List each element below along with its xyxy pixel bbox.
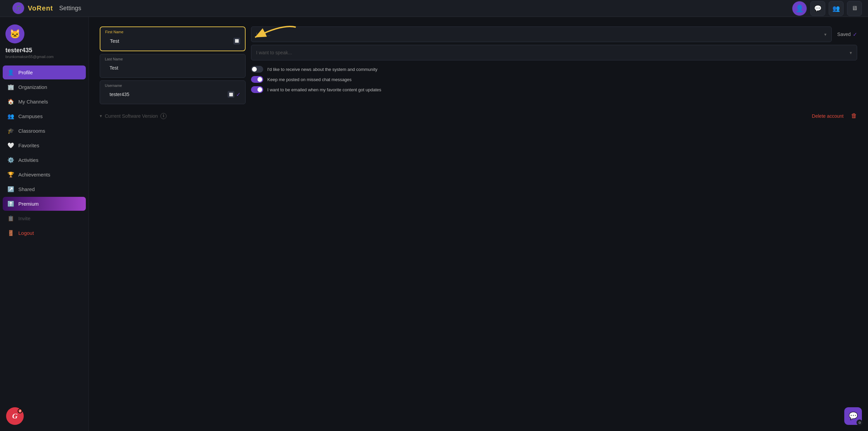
first-name-input[interactable] [105, 35, 233, 47]
chat-toggle[interactable] [251, 76, 263, 83]
logout-icon: 🚪 [7, 230, 14, 236]
sidebar-profile: 🐱 tester435 brunkomaksin55@gmail.com [0, 17, 89, 63]
grammarly-label: G [12, 412, 18, 420]
news-toggle-row: I'd like to receive news about the syste… [251, 66, 857, 73]
user-avatar-button[interactable]: 👤 [792, 1, 807, 16]
users-button[interactable]: 👥 [829, 1, 844, 16]
screen-button[interactable]: 🖥 [847, 1, 862, 16]
favorites-icon: 🤍 [7, 142, 14, 149]
top-nav: 🎵 VoRent Settings 👤 💬 👥 🖥 [0, 0, 868, 17]
right-form-fields: I can... ▾ Saved ✓ I want to speak... ▾ [251, 26, 857, 93]
sidebar-item-label: Logout [18, 230, 34, 236]
invite-icon: 📋 [7, 215, 14, 222]
content-area: First Name ⬜ Last Name Username [89, 17, 868, 431]
chat-button[interactable]: 💬 [810, 1, 825, 16]
campuses-icon: 👥 [7, 113, 14, 119]
first-name-field-container: First Name ⬜ [100, 26, 246, 51]
updates-toggle[interactable] [251, 86, 263, 93]
chat-toggle-row: Keep me posted on missed chat messages [251, 76, 857, 83]
delete-icon[interactable]: 🗑 [851, 112, 857, 119]
premium-icon: ⬆️ [7, 201, 14, 207]
speak-dropdown[interactable]: I want to speak... ▾ [251, 45, 857, 60]
logo-text: VoRent [28, 4, 53, 12]
sidebar-item-label: Classrooms [18, 128, 45, 134]
corner-badge: ⚙ [856, 419, 863, 426]
grammarly-badge: 2 [18, 409, 22, 413]
software-version-area: ▾ Current Software Version ℹ [100, 113, 167, 119]
sidebar-email: brunkomaksin55@gmail.com [5, 55, 54, 59]
sidebar-item-profile[interactable]: 👤 Profile [3, 65, 86, 79]
sidebar-item-favorites[interactable]: 🤍 Favorites [3, 138, 86, 152]
sidebar-item-logout[interactable]: 🚪 Logout [3, 226, 86, 240]
last-name-input[interactable] [105, 62, 240, 74]
achievements-icon: 🏆 [7, 171, 14, 178]
sidebar-username: tester435 [5, 47, 32, 54]
sidebar: 🐱 tester435 brunkomaksin55@gmail.com 👤 P… [0, 17, 89, 431]
logo: 🎵 VoRent Settings [6, 0, 88, 17]
software-version-label: Current Software Version [105, 113, 158, 119]
sidebar-item-classrooms[interactable]: 🎓 Classrooms [3, 124, 86, 138]
saved-check-icon: ✓ [853, 31, 857, 38]
sidebar-item-label: Profile [18, 70, 33, 75]
news-toggle-label: I'd like to receive news about the syste… [267, 67, 378, 72]
sidebar-item-activities[interactable]: ⚙️ Activities [3, 153, 86, 167]
sidebar-item-label: Shared [18, 186, 35, 192]
language-chevron-icon: ▾ [824, 32, 827, 37]
username-check-icon: ✓ [236, 91, 240, 98]
updates-toggle-row: I want to be emailed when my favorite co… [251, 86, 857, 93]
corner-chat-button[interactable]: 💬 ⚙ [844, 407, 862, 425]
classrooms-icon: 🎓 [7, 128, 14, 134]
delete-account-button[interactable]: Delete account [812, 113, 844, 119]
sidebar-item-organization[interactable]: 🏢 Organization [3, 80, 86, 94]
username-label: Username [105, 83, 240, 88]
username-input[interactable] [105, 88, 228, 100]
sidebar-item-label: Activities [18, 157, 38, 163]
news-toggle[interactable] [251, 66, 263, 73]
first-name-copy-button[interactable]: ⬜ [233, 38, 240, 44]
top-nav-right: 👤 💬 👥 🖥 [792, 1, 862, 16]
settings-label: Settings [59, 5, 81, 12]
last-name-field-container: Last Name [100, 54, 246, 78]
sidebar-item-label: My Channels [18, 99, 48, 105]
sidebar-item-label: Premium [18, 201, 39, 207]
sidebar-item-my-channels[interactable]: 🏠 My Channels [3, 95, 86, 109]
saved-indicator: Saved ✓ [837, 31, 857, 38]
chat-toggle-label: Keep me posted on missed chat messages [267, 77, 352, 82]
sidebar-item-label: Favorites [18, 143, 39, 148]
saved-label: Saved [837, 32, 851, 37]
form-top-row: First Name ⬜ Last Name Username [89, 17, 868, 104]
sidebar-item-achievements[interactable]: 🏆 Achievements [3, 168, 86, 182]
sidebar-nav: 👤 Profile 🏢 Organization 🏠 My Channels 👥… [0, 63, 89, 431]
profile-icon: 👤 [7, 69, 14, 76]
left-form-fields: First Name ⬜ Last Name Username [100, 26, 246, 104]
version-delete-row: ▾ Current Software Version ℹ Delete acco… [89, 104, 868, 119]
delete-area: Delete account 🗑 [812, 112, 857, 119]
username-copy-button[interactable]: ⬜ [228, 91, 234, 98]
grammarly-button[interactable]: G 2 [6, 407, 24, 425]
sidebar-item-label: Organization [18, 84, 47, 90]
main-area: 🐱 tester435 brunkomaksin55@gmail.com 👤 P… [0, 17, 868, 431]
language-dropdown[interactable]: I can... ▾ [251, 26, 832, 42]
logo-icon: 🎵 [12, 2, 24, 14]
sidebar-item-shared[interactable]: ↗️ Shared [3, 182, 86, 196]
language-saved-row: I can... ▾ Saved ✓ [251, 26, 857, 42]
username-field-container: Username ⬜ ✓ [100, 80, 246, 104]
sidebar-item-label: Campuses [18, 113, 43, 119]
toggle-section: I'd like to receive news about the syste… [251, 66, 857, 93]
sidebar-item-premium[interactable]: ⬆️ Premium [3, 197, 86, 211]
speak-chevron-icon: ▾ [850, 50, 852, 55]
sidebar-item-label: Achievements [18, 172, 50, 177]
sidebar-item-invite[interactable]: 📋 Invite [3, 211, 86, 225]
first-name-label: First Name [105, 30, 240, 34]
my-channels-icon: 🏠 [7, 98, 14, 105]
sidebar-item-campuses[interactable]: 👥 Campuses [3, 109, 86, 123]
info-icon[interactable]: ℹ [160, 113, 167, 119]
last-name-label: Last Name [105, 57, 240, 61]
updates-toggle-label: I want to be emailed when my favorite co… [267, 87, 381, 92]
shared-icon: ↗️ [7, 186, 14, 192]
sidebar-item-label: Invite [18, 215, 31, 221]
avatar: 🐱 [5, 24, 24, 43]
speak-placeholder: I want to speak... [256, 50, 292, 55]
activities-icon: ⚙️ [7, 157, 14, 163]
version-chevron-icon: ▾ [100, 113, 102, 118]
